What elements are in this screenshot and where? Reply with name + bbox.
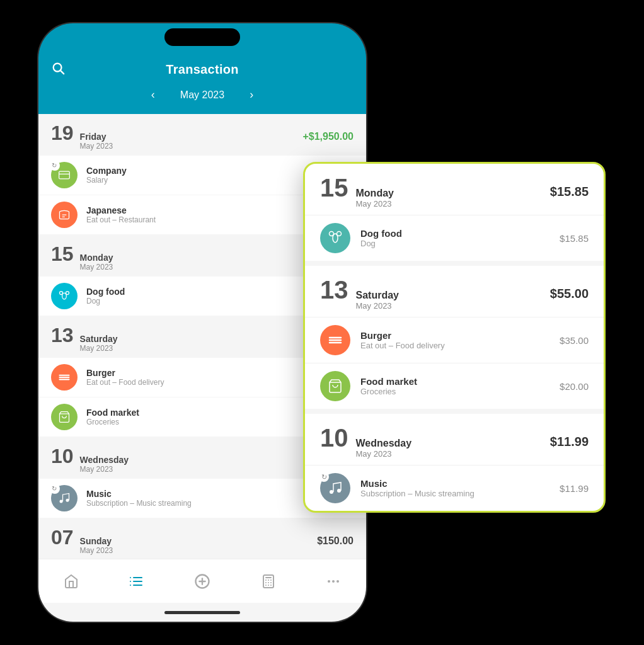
date-info: Friday May 2023 (80, 132, 113, 151)
transaction-sub: Subscription – Music streaming (86, 499, 326, 508)
date-month: May 2023 (80, 263, 113, 271)
popup-list-item[interactable]: Food market Groceries $20.00 (305, 363, 604, 409)
date-number: 07 (51, 527, 74, 547)
scene: Transaction ‹ May 2023 › 19 Friday May 2… (38, 23, 606, 622)
popup-list-item[interactable]: Dog food Dog $15.85 (305, 215, 604, 261)
date-month: May 2023 (80, 546, 113, 555)
date-number: 10 (51, 446, 74, 466)
svg-point-34 (330, 232, 334, 236)
popup-item-sub: Groceries (360, 387, 560, 396)
date-day: Sunday (80, 536, 113, 546)
svg-point-30 (328, 580, 330, 583)
date-day: Monday (80, 253, 113, 263)
date-day: Friday (80, 132, 113, 142)
svg-point-4 (60, 292, 63, 295)
date-group-07: 07 Sunday May 2023 $150.00 ↻ Grocerie (38, 518, 366, 559)
nav-more[interactable] (316, 569, 351, 594)
date-number: 15 (51, 244, 74, 264)
date-left-15: 15 Monday May 2023 (51, 244, 113, 271)
dog-food-icon (51, 283, 78, 309)
svg-rect-2 (59, 171, 70, 179)
nav-add[interactable] (183, 568, 221, 595)
transaction-info: Music Subscription – Music streaming (86, 489, 326, 508)
date-header-07: 07 Sunday May 2023 $150.00 (38, 518, 366, 559)
svg-point-31 (332, 580, 335, 583)
popup-date-total: $15.85 (550, 185, 589, 199)
date-day: Wednesday (80, 455, 129, 465)
popup-date-left-15: 15 Monday May 2023 (320, 175, 394, 208)
popup-list-item[interactable]: ↻ Music Subscription – Music streaming $… (305, 465, 604, 511)
food-market-icon (51, 404, 78, 430)
date-number: 19 (51, 123, 74, 143)
search-icon[interactable] (51, 61, 65, 78)
popup-date-header-10: 10 Wednesday May 2023 $11.99 (305, 414, 604, 465)
recurring-badge: ↻ (50, 484, 60, 494)
popup-item-info: Burger Eat out – Food delivery (360, 330, 560, 350)
svg-point-32 (336, 580, 339, 583)
popup-item-info: Music Subscription – Music streaming (360, 478, 560, 498)
popup-burger-icon (320, 325, 350, 355)
date-info: Sunday May 2023 (80, 536, 113, 555)
popup-date-info: Wednesday May 2023 (356, 438, 412, 459)
date-total: +$1,950.00 (302, 131, 354, 142)
popup-date-number: 10 (320, 425, 348, 450)
date-info: Saturday May 2023 (80, 334, 118, 353)
date-header-19: 19 Friday May 2023 +$1,950.00 (38, 114, 366, 156)
popup-date-left-13: 13 Saturday May 2023 (320, 277, 399, 311)
date-info: Wednesday May 2023 (80, 455, 129, 474)
popup-section-divider (305, 261, 604, 266)
date-number: 13 (51, 325, 74, 345)
prev-month-button[interactable]: ‹ (145, 86, 161, 104)
popup-food-market-icon (320, 371, 350, 401)
date-month: May 2023 (80, 142, 113, 151)
recurring-badge: ↻ (50, 161, 60, 171)
svg-line-1 (60, 71, 64, 74)
header-top: Transaction (51, 62, 354, 77)
date-left-07: 07 Sunday May 2023 (51, 527, 113, 555)
svg-point-35 (337, 232, 342, 236)
svg-point-38 (337, 489, 341, 493)
burger-icon (51, 364, 78, 391)
date-left-19: 19 Friday May 2023 (51, 123, 113, 151)
date-total: $150.00 (317, 535, 354, 547)
popup-item-info: Food market Groceries (360, 376, 560, 396)
date-left-10: 10 Wednesday May 2023 (51, 446, 129, 474)
popup-card: 15 Monday May 2023 $15.85 Dog food Dog $… (303, 162, 606, 513)
popup-date-day: Saturday (356, 290, 399, 301)
popup-item-sub: Subscription – Music streaming (360, 489, 560, 498)
next-month-button[interactable]: › (243, 86, 260, 104)
svg-point-8 (66, 499, 69, 502)
nav-transactions[interactable] (118, 569, 154, 594)
date-month: May 2023 (80, 465, 129, 474)
svg-point-37 (330, 490, 333, 494)
company-icon: ↻ (51, 162, 78, 188)
popup-item-name: Dog food (360, 228, 560, 239)
transaction-name: Music (86, 489, 326, 499)
recurring-badge: ↻ (319, 472, 329, 482)
popup-item-amount: $20.00 (560, 381, 589, 392)
svg-point-5 (66, 292, 69, 295)
japanese-icon (51, 202, 78, 228)
popup-date-info: Monday May 2023 (356, 188, 394, 208)
popup-item-name: Music (360, 478, 560, 489)
top-bar (38, 23, 366, 55)
date-day: Saturday (80, 334, 118, 344)
popup-list-item[interactable]: Burger Eat out – Food delivery $35.00 (305, 317, 604, 363)
popup-date-header-15: 15 Monday May 2023 $15.85 (305, 164, 604, 215)
popup-item-amount: $15.85 (560, 233, 589, 244)
nav-home[interactable] (54, 569, 89, 594)
popup-item-amount: $11.99 (560, 483, 589, 494)
phone-header: Transaction ‹ May 2023 › (38, 55, 366, 114)
popup-date-total: $11.99 (550, 435, 589, 449)
popup-date-number: 15 (320, 175, 348, 200)
month-nav: ‹ May 2023 › (51, 86, 354, 104)
home-indicator (164, 611, 240, 614)
popup-item-name: Food market (360, 376, 560, 387)
popup-music-icon: ↻ (320, 473, 350, 503)
popup-item-sub: Eat out – Food delivery (360, 341, 560, 350)
date-left-13: 13 Saturday May 2023 (51, 325, 118, 353)
notch (164, 28, 240, 46)
popup-date-day: Monday (356, 188, 394, 199)
popup-date-month: May 2023 (356, 301, 399, 311)
nav-calculator[interactable] (251, 569, 286, 594)
